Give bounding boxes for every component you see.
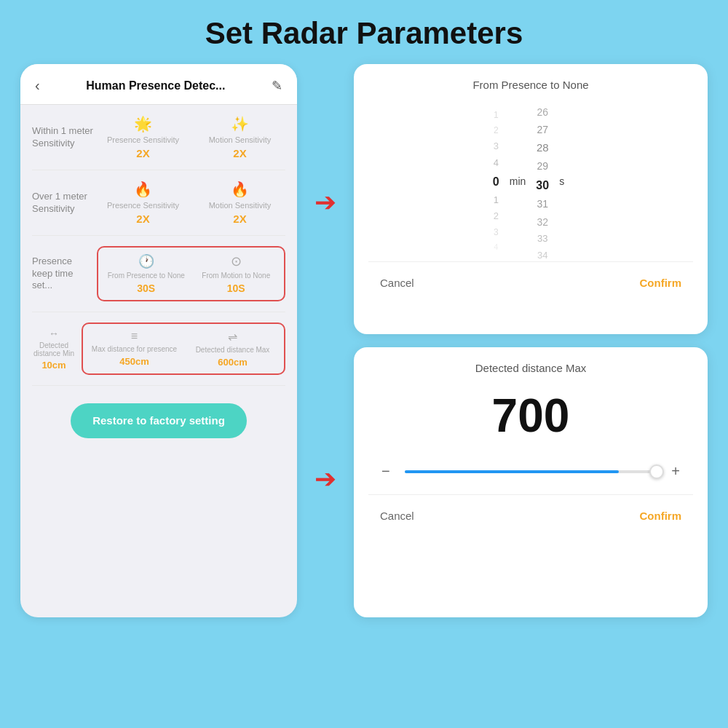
over-1m-presence-value: 2X xyxy=(136,213,149,225)
slider-plus-button[interactable]: + xyxy=(665,460,686,483)
keep-time-presence[interactable]: 🕐 From Presence to None 30S xyxy=(104,253,189,294)
keep-time-item1-label: From Presence to None xyxy=(108,272,185,280)
picker-min-selected: 0 xyxy=(493,173,499,191)
distance-section: ↔ Detected distance Min 10cm ≡ Max dista… xyxy=(32,312,285,386)
picker-s-item: 25 xyxy=(537,101,547,103)
picker-minutes-column[interactable]: 1 2 3 4 0 1 2 3 4 xyxy=(493,108,499,254)
slider-cancel-button[interactable]: Cancel xyxy=(368,505,426,526)
slider-track[interactable] xyxy=(405,470,657,473)
keep-time-icon-2: ⊙ xyxy=(231,253,242,269)
distance-max-detected[interactable]: ⇌ Detected distance Max 600cm xyxy=(186,330,280,368)
picker-confirm-button[interactable]: Confirm xyxy=(628,272,694,293)
keep-time-box[interactable]: 🕐 From Presence to None 30S ⊙ From Motio… xyxy=(97,246,285,301)
keep-time-item1-value: 30S xyxy=(137,282,155,294)
motion-icon-1: ✨ xyxy=(231,115,249,132)
restore-factory-button[interactable]: Restore to factory setting xyxy=(71,403,247,438)
picker-s-item: 28 xyxy=(537,139,549,157)
picker-popup-actions: Cancel Confirm xyxy=(368,261,693,293)
distance-box[interactable]: ≡ Max distance for presence 450cm ⇌ Dete… xyxy=(82,323,285,375)
over-1m-label: Over 1 meter Sensitivity xyxy=(32,191,98,215)
over-1m-presence[interactable]: 🔥 Presence Sensitivity 2X xyxy=(98,181,189,225)
keep-time-item2-label: From Motion to None xyxy=(202,272,270,280)
distance-min-item: ↔ Detected distance Min 10cm xyxy=(32,328,76,371)
picker-min-item: 1 xyxy=(494,108,499,122)
slider-value-display: 700 xyxy=(368,389,693,443)
phone-panel: ‹ Human Presence Detec... ✎ Within 1 met… xyxy=(20,64,297,617)
within-1m-motion-value: 2X xyxy=(233,147,246,159)
keep-time-section: Presence keep time set... 🕐 From Presenc… xyxy=(32,236,285,312)
over-1m-section: Over 1 meter Sensitivity 🔥 Presence Sens… xyxy=(32,170,285,236)
over-1m-motion[interactable]: 🔥 Motion Sensitivity 2X xyxy=(194,181,285,225)
within-1m-presence-label: Presence Sensitivity xyxy=(107,135,179,144)
picker-s-item: 26 xyxy=(537,104,548,120)
slider-popup-actions: Cancel Confirm xyxy=(368,494,693,526)
slider-container[interactable]: − + xyxy=(368,460,693,483)
picker-min-item: 1 xyxy=(494,193,499,208)
picker-cancel-button[interactable]: Cancel xyxy=(368,272,426,293)
slider-popup: Detected distance Max 700 − + Cancel Con… xyxy=(354,347,708,617)
over-1m-motion-label: Motion Sensitivity xyxy=(209,201,272,210)
distance-max-detected-label: Detected distance Max xyxy=(196,346,270,355)
slider-thumb[interactable] xyxy=(649,464,664,479)
within-1m-presence[interactable]: 🌟 Presence Sensitivity 2X xyxy=(98,115,189,159)
picker-s-item: 34 xyxy=(537,248,547,261)
presence-icon-1: 🌟 xyxy=(134,115,152,132)
picker-seconds-column[interactable]: 22 23 24 25 26 27 28 29 30 31 32 33 34 3… xyxy=(536,101,549,261)
distance-min-icon: ↔ xyxy=(49,328,59,339)
distance-max-detected-value: 600cm xyxy=(218,357,247,368)
phone-title: Human Presence Detec... xyxy=(86,79,225,92)
distance-max-presence[interactable]: ≡ Max distance for presence 450cm xyxy=(87,330,181,368)
picker-s-item: 32 xyxy=(537,214,548,230)
picker-min-item: 4 xyxy=(494,241,498,254)
picker-s-item: 29 xyxy=(537,158,548,174)
picker-min-label: min xyxy=(505,175,531,187)
motion-icon-2: 🔥 xyxy=(231,181,249,198)
over-1m-motion-value: 2X xyxy=(233,213,246,225)
slider-confirm-button[interactable]: Confirm xyxy=(628,505,694,526)
over-1m-items: 🔥 Presence Sensitivity 2X 🔥 Motion Sensi… xyxy=(98,181,285,225)
picker-popup: From Presence to None 1 2 3 4 0 1 2 3 4 … xyxy=(354,64,708,334)
presence-icon-2: 🔥 xyxy=(134,181,152,198)
phone-header: ‹ Human Presence Detec... ✎ xyxy=(20,64,297,105)
keep-time-item2-value: 10S xyxy=(227,282,245,294)
picker-popup-title: From Presence to None xyxy=(368,79,693,91)
edit-icon[interactable]: ✎ xyxy=(272,78,282,94)
within-1m-motion-label: Motion Sensitivity xyxy=(209,135,272,144)
distance-icon-1: ≡ xyxy=(131,330,138,343)
picker-s-label: s xyxy=(555,175,569,187)
over-1m-presence-label: Presence Sensitivity xyxy=(107,201,179,210)
within-1m-label: Within 1 meter Sensitivity xyxy=(32,125,98,150)
picker-s-selected: 30 xyxy=(536,176,549,195)
distance-max-presence-value: 450cm xyxy=(119,356,149,367)
within-1m-motion[interactable]: ✨ Motion Sensitivity 2X xyxy=(194,115,285,159)
picker-min-item: 2 xyxy=(494,124,499,138)
within-1m-items: 🌟 Presence Sensitivity 2X ✨ Motion Sensi… xyxy=(98,115,285,159)
distance-icon-2: ⇌ xyxy=(228,330,237,344)
keep-time-label: Presence keep time set... xyxy=(32,256,94,293)
picker-min-item: 2 xyxy=(494,209,499,224)
picker-min-item: 4 xyxy=(494,156,499,171)
slider-fill xyxy=(405,470,620,473)
picker-min-item: 3 xyxy=(494,139,499,154)
keep-time-motion[interactable]: ⊙ From Motion to None 10S xyxy=(194,253,279,294)
distance-items: ↔ Detected distance Min 10cm ≡ Max dista… xyxy=(32,323,285,375)
picker-container[interactable]: 1 2 3 4 0 1 2 3 4 min 22 23 24 25 xyxy=(368,101,693,261)
within-1m-section: Within 1 meter Sensitivity 🌟 Presence Se… xyxy=(32,105,285,170)
distance-min-label: Detected distance Min xyxy=(32,341,76,357)
picker-min-item: 3 xyxy=(494,226,499,240)
arrow-to-picker: ➔ xyxy=(314,187,336,218)
right-popups: From Presence to None 1 2 3 4 0 1 2 3 4 … xyxy=(354,64,708,617)
back-icon[interactable]: ‹ xyxy=(35,77,40,94)
distance-max-presence-label: Max distance for presence xyxy=(92,345,177,354)
picker-s-item: 33 xyxy=(537,232,547,247)
keep-time-icon-1: 🕐 xyxy=(138,253,154,269)
picker-s-item: 27 xyxy=(537,122,548,138)
page-title: Set Radar Parameters xyxy=(0,0,728,64)
slider-minus-button[interactable]: − xyxy=(376,460,396,483)
within-1m-presence-value: 2X xyxy=(136,147,149,159)
arrow-to-slider: ➔ xyxy=(314,464,336,494)
arrow-container: ➔ ➔ xyxy=(312,64,339,617)
distance-min-value: 10cm xyxy=(41,360,66,371)
picker-s-item: 31 xyxy=(537,196,548,212)
slider-popup-title: Detected distance Max xyxy=(368,362,693,374)
